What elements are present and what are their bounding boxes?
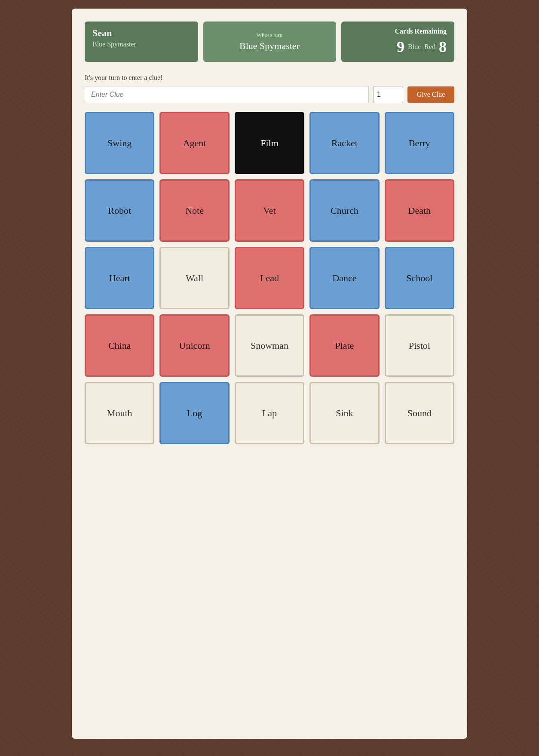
turn-value: Blue Spymaster: [239, 40, 300, 52]
turn-label: Whose turn: [257, 32, 282, 39]
word-card[interactable]: Note: [159, 179, 229, 242]
word-card[interactable]: Racket: [309, 112, 379, 174]
remaining-card: Cards Remaining 9 Blue Red 8: [341, 22, 455, 62]
header-row: Sean Blue Spymaster Whose turn Blue Spym…: [85, 22, 454, 62]
word-card[interactable]: School: [385, 247, 454, 309]
red-count: 8: [439, 38, 447, 56]
word-card[interactable]: Heart: [85, 247, 154, 309]
player-name: Sean: [92, 28, 190, 39]
red-label: Red: [424, 43, 435, 51]
clue-text-input[interactable]: [85, 86, 369, 103]
player-role: Blue Spymaster: [92, 40, 190, 48]
clue-number-input[interactable]: [373, 86, 403, 103]
card-grid: SwingAgentFilmRacketBerryRobotNoteVetChu…: [85, 112, 454, 444]
word-card[interactable]: Pistol: [385, 314, 454, 377]
word-card[interactable]: Unicorn: [159, 314, 229, 377]
word-card[interactable]: Wall: [159, 247, 229, 309]
word-card[interactable]: Film: [235, 112, 304, 174]
word-card[interactable]: Agent: [159, 112, 229, 174]
word-card[interactable]: Swing: [85, 112, 154, 174]
clue-input-row: Give Clue: [85, 86, 454, 103]
give-clue-button[interactable]: Give Clue: [407, 86, 454, 103]
word-card[interactable]: Lead: [235, 247, 304, 309]
word-card[interactable]: Death: [385, 179, 454, 242]
word-card[interactable]: Sound: [385, 382, 454, 444]
word-card[interactable]: Vet: [235, 179, 304, 242]
blue-count: 9: [397, 38, 404, 56]
word-card[interactable]: Berry: [385, 112, 454, 174]
clue-section: It's your turn to enter a clue! Give Clu…: [85, 74, 454, 103]
word-card[interactable]: Sink: [309, 382, 379, 444]
player-card: Sean Blue Spymaster: [85, 22, 198, 62]
word-card[interactable]: Robot: [85, 179, 154, 242]
word-card[interactable]: Log: [159, 382, 229, 444]
clue-prompt: It's your turn to enter a clue!: [85, 74, 454, 82]
word-card[interactable]: Lap: [235, 382, 304, 444]
blue-label: Blue: [408, 43, 421, 51]
remaining-title: Cards Remaining: [349, 28, 447, 35]
turn-card: Whose turn Blue Spymaster: [203, 22, 336, 62]
remaining-counts: 9 Blue Red 8: [349, 38, 447, 56]
word-card[interactable]: Snowman: [235, 314, 304, 377]
word-card[interactable]: Dance: [309, 247, 379, 309]
word-card[interactable]: Church: [309, 179, 379, 242]
word-card[interactable]: Plate: [309, 314, 379, 377]
word-card[interactable]: Mouth: [85, 382, 154, 444]
main-container: Sean Blue Spymaster Whose turn Blue Spym…: [72, 9, 467, 739]
word-card[interactable]: China: [85, 314, 154, 377]
